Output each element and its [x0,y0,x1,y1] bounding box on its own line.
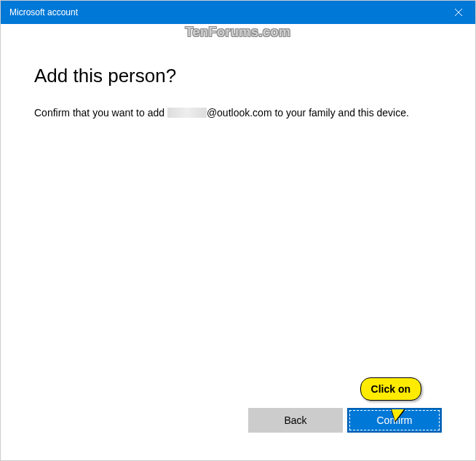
back-button[interactable]: Back [248,408,343,433]
button-row: Back Confirm [248,408,442,433]
confirm-text-suffix: to your family and this device. [272,107,409,119]
close-button[interactable] [442,1,475,24]
email-domain: @outlook.com [207,107,272,119]
dialog-content: Add this person? Confirm that you want t… [1,24,475,121]
close-icon [455,9,462,16]
redacted-email-local [167,108,207,118]
annotation-callout: Click on [360,377,421,401]
titlebar: Microsoft account [1,1,475,24]
confirmation-text: Confirm that you want to add @outlook.co… [34,106,442,121]
window-title: Microsoft account [9,7,78,17]
callout-label: Click on [371,383,410,395]
page-heading: Add this person? [34,65,442,87]
callout-bubble: Click on [360,377,421,401]
confirm-text-prefix: Confirm that you want to add [34,107,167,119]
